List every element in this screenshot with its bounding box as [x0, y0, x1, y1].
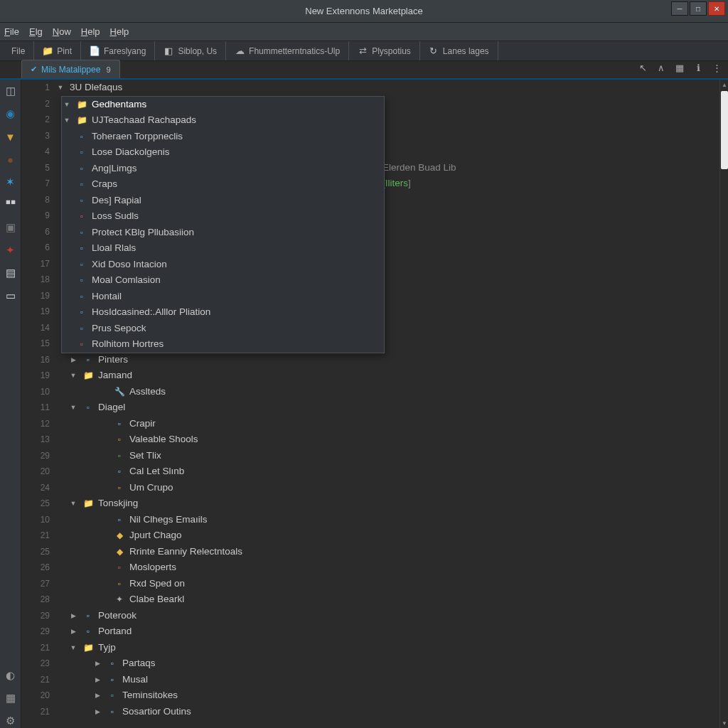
gutter-line: 21 — [21, 704, 50, 720]
tree-item[interactable]: ▫Rxd Sped on — [55, 576, 728, 592]
tool-group[interactable]: 📁 Pint — [34, 41, 81, 60]
gutter-line: 14 — [21, 320, 50, 336]
tree-item[interactable]: ▫Poterook — [55, 608, 728, 624]
scroll-up-icon[interactable]: ▲ — [720, 80, 728, 90]
tree-item[interactable]: ▫Partaqs — [55, 655, 728, 672]
popup-item[interactable]: ▫Lloal Rlals — [62, 240, 384, 257]
menu-item[interactable]: File — [4, 26, 19, 37]
activity-icon[interactable]: ▭ — [4, 289, 18, 303]
tool-group[interactable]: ☁ Fhummetterntnatics-Ulp — [226, 41, 349, 60]
menu-item[interactable]: Elg — [29, 26, 43, 37]
activity-icon[interactable]: ⚙ — [4, 714, 18, 728]
maximize-button[interactable]: □ — [690, 1, 707, 16]
tree-item[interactable]: ◆Jpurt Chago — [55, 528, 728, 544]
popup-item[interactable]: ▫Lose Diackolgenis — [62, 144, 384, 161]
tree-item[interactable]: ▫Portand — [55, 623, 728, 640]
activity-icon[interactable]: ▤ — [4, 266, 18, 280]
tree-item[interactable]: ▫Cal Let Slınb — [55, 464, 728, 480]
twisty-icon[interactable] — [68, 352, 78, 368]
item-label: Crapir — [129, 416, 156, 432]
tree-item[interactable]: ▫Pinters — [55, 352, 728, 368]
file-page-icon: ▫ — [107, 674, 118, 685]
activity-icon[interactable]: ● — [4, 152, 18, 166]
tree-item[interactable]: ▫Um Crupo — [55, 480, 728, 496]
info-icon[interactable]: ℹ — [692, 63, 704, 73]
tool-group[interactable]: File — [3, 41, 34, 60]
tool-group[interactable]: ◧ Siblop, Us — [155, 41, 226, 60]
popup-item[interactable]: ▫Proteсt KBlg Pllubasiion — [62, 225, 384, 241]
scrollbar[interactable]: ▲ ▼ — [719, 80, 728, 728]
cursor-icon[interactable]: ↖ — [637, 63, 648, 73]
twisty-icon[interactable] — [68, 368, 78, 384]
popup-item[interactable]: ▫Craps — [62, 176, 384, 193]
twisty-icon[interactable] — [55, 80, 65, 96]
activity-icon[interactable]: ◫ — [4, 84, 18, 98]
close-button[interactable]: ✕ — [708, 1, 725, 16]
activity-icon[interactable]: ◉ — [4, 107, 18, 121]
popup-item[interactable]: ▫Hontail — [62, 289, 384, 305]
tab-active[interactable]: ✔ Mils Matalippee 9 — [21, 60, 120, 78]
twisty-icon[interactable] — [62, 112, 72, 129]
more-icon[interactable]: ⋮ — [711, 63, 722, 73]
tree-root[interactable]: 3U Dlefaqus — [55, 80, 728, 96]
gutter-line: 16 — [21, 352, 50, 368]
twisty-icon[interactable] — [68, 496, 78, 512]
tree-item[interactable]: ▫Sosartior Outins — [55, 704, 728, 720]
twisty-icon[interactable] — [62, 97, 72, 113]
menu-item[interactable]: Now — [53, 26, 71, 37]
tree-item[interactable]: ▫Crapir — [55, 416, 728, 432]
grid-icon[interactable]: ▦ — [674, 63, 685, 73]
tree-item[interactable]: ▫Set Tlix — [55, 448, 728, 464]
twisty-icon[interactable] — [68, 400, 78, 416]
menu-item[interactable]: Help — [81, 26, 100, 37]
scroll-down-icon[interactable]: ▼ — [720, 718, 728, 728]
popup-item[interactable]: 📁Gedhentams — [62, 97, 384, 113]
twisty-icon[interactable] — [92, 655, 102, 672]
tree-item[interactable]: ✦Clabe Bearkl — [55, 592, 728, 608]
tool-group[interactable]: ⇄ Plyspotius — [349, 41, 420, 60]
tree-item[interactable]: 📁Tyjp — [55, 640, 728, 656]
twisty-icon[interactable] — [92, 672, 102, 688]
folder-icon: 📁 — [82, 642, 94, 653]
tool-group[interactable]: 📄 Fareslyang — [81, 41, 155, 60]
activity-icon[interactable]: ▦ — [4, 691, 18, 705]
item-label: Um Crupo — [129, 480, 173, 496]
popup-item[interactable]: ▫HosIdcasined:.Alllor Pliation — [62, 304, 384, 321]
popup-item[interactable]: ▫Ang|Limgs — [62, 161, 384, 177]
popup-item[interactable]: ▫Moal Comlasion — [62, 272, 384, 289]
scroll-thumb[interactable] — [721, 91, 728, 169]
tree-item[interactable]: ▫Musal — [55, 672, 728, 688]
tree-item[interactable]: ▫Nil Clhegs Emaıils — [55, 512, 728, 528]
popup-item[interactable]: ▫Des] Rapial — [62, 193, 384, 209]
activity-icon[interactable]: ◐ — [4, 668, 18, 682]
tree-item[interactable]: ▫Valeable Shools — [55, 432, 728, 448]
popup-item[interactable]: ▫Prus Sepock — [62, 321, 384, 337]
popup-item[interactable]: ▫Rolhitom Hortres — [62, 336, 384, 353]
activity-icon[interactable]: ✶ — [4, 175, 18, 189]
menu-item[interactable]: Help — [110, 26, 129, 37]
popup-item[interactable]: ▫Loss Sudls — [62, 208, 384, 225]
tree-item[interactable]: 📁Jamand — [55, 368, 728, 384]
twisty-icon[interactable] — [68, 640, 78, 656]
activity-icon[interactable]: ✦ — [4, 243, 18, 257]
tree-item[interactable]: ◆Rrinte Eanniy Relectntoals — [55, 544, 728, 560]
activity-icon[interactable] — [4, 198, 18, 212]
cycle-icon: ↻ — [429, 46, 439, 56]
popup-item[interactable]: 📁UJTeachaad Rachapads — [62, 112, 384, 129]
twisty-icon[interactable] — [68, 623, 78, 640]
up-icon[interactable]: ∧ — [655, 63, 667, 73]
twisty-icon[interactable] — [68, 608, 78, 624]
tree-item[interactable]: ▫Mosloperts — [55, 560, 728, 576]
twisty-icon[interactable] — [92, 704, 102, 720]
minimize-button[interactable]: ─ — [671, 1, 688, 16]
tool-group[interactable]: ↻ Lanes lages — [420, 41, 498, 60]
twisty-icon[interactable] — [92, 687, 102, 704]
tree-item[interactable]: 🔧Asslteds — [55, 384, 728, 400]
activity-icon[interactable]: ▼ — [4, 129, 18, 144]
tree-item[interactable]: ▫Teminsitokes — [55, 687, 728, 704]
popup-item[interactable]: ▫Xid Doso Intacion — [62, 257, 384, 273]
tree-item[interactable]: ▫Diagel — [55, 400, 728, 416]
activity-icon[interactable]: ▣ — [4, 220, 18, 235]
popup-item[interactable]: ▫Toheraen Torppneclis — [62, 129, 384, 145]
tree-item[interactable]: 📁Tonskjing — [55, 496, 728, 512]
